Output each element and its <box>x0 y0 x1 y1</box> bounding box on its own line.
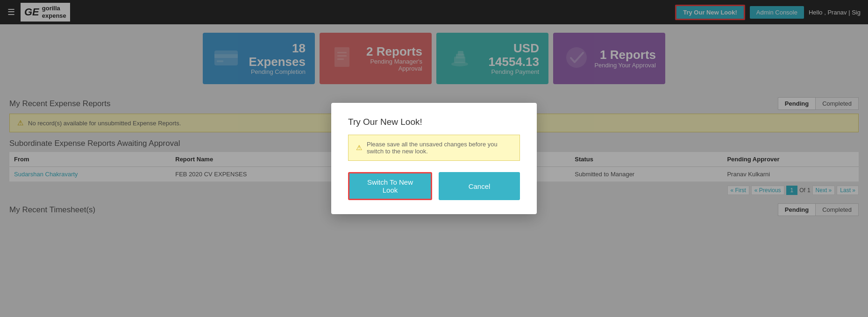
modal-cancel-button[interactable]: Cancel <box>439 172 520 200</box>
modal-overlay: Try Our New Look! ⚠ Please save all the … <box>0 0 868 220</box>
switch-to-new-look-button[interactable]: Switch To New Look <box>348 172 432 200</box>
modal-warning: ⚠ Please save all the unsaved changes be… <box>348 135 520 161</box>
modal-actions: Switch To New Look Cancel <box>348 172 520 200</box>
new-look-modal: Try Our New Look! ⚠ Please save all the … <box>331 103 537 214</box>
modal-title: Try Our New Look! <box>348 117 520 127</box>
modal-warning-icon: ⚠ <box>356 144 362 152</box>
modal-warning-text: Please save all the unsaved changes befo… <box>367 141 512 155</box>
